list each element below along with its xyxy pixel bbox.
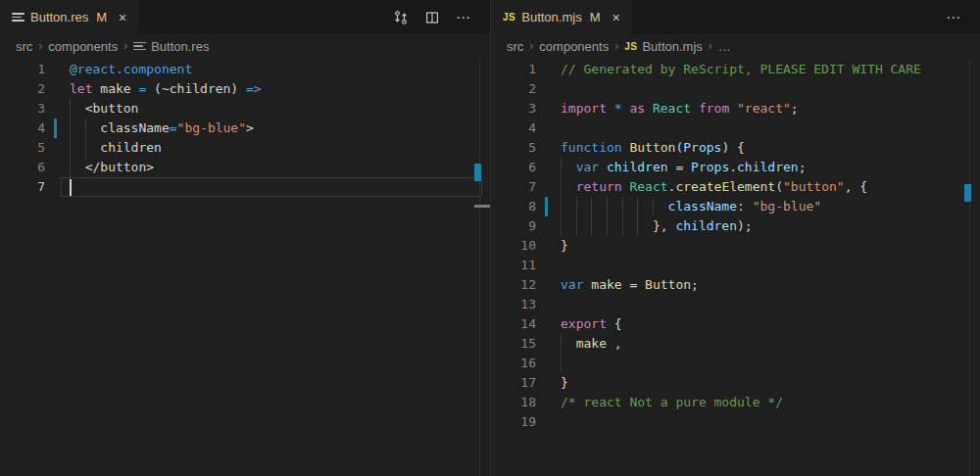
- line-number: 1: [491, 60, 536, 79]
- code-token: </button>: [70, 160, 154, 174]
- code-token: function: [561, 140, 622, 155]
- line-number: 3: [491, 99, 536, 119]
- indent-guide: [653, 197, 654, 216]
- code-line[interactable]: 19: [491, 412, 980, 432]
- line-number: 17: [491, 373, 536, 393]
- code-line[interactable]: 10}: [491, 236, 980, 256]
- code-token: [691, 101, 699, 116]
- code-line[interactable]: 8 className: "bg-blue": [491, 197, 980, 216]
- code-line[interactable]: 17}: [491, 373, 980, 393]
- indent-guide: [622, 216, 623, 236]
- tab-bar-left: Button.res M ×: [0, 0, 490, 34]
- code-line[interactable]: 2: [491, 79, 980, 99]
- split-editor-icon: [424, 10, 440, 25]
- code-token: make: [576, 336, 607, 351]
- code-token: (: [775, 179, 783, 194]
- code-line[interactable]: 6 </button>: [0, 158, 490, 177]
- chevron-right-icon: ›: [529, 39, 533, 53]
- line-number: 5: [491, 138, 536, 158]
- code-line[interactable]: 15 make ,: [491, 334, 980, 354]
- vscode-window: Button.res M ×: [0, 0, 980, 476]
- code-token: make: [591, 277, 621, 292]
- line-number: 4: [0, 119, 45, 138]
- compare-changes-button[interactable]: [390, 7, 412, 28]
- code-line[interactable]: 14export {: [491, 314, 980, 334]
- line-number: 19: [491, 412, 536, 432]
- line-number: 2: [491, 79, 536, 99]
- indent-guide: [70, 119, 71, 138]
- rescript-file-icon: [133, 42, 146, 51]
- code-token: /* react Not a pure module */: [561, 395, 783, 409]
- indent-guide: [576, 197, 577, 216]
- overview-ruler-modified-marker: [474, 164, 481, 181]
- code-line[interactable]: 3import * as React from "react";: [491, 99, 980, 119]
- more-actions-button[interactable]: ⋯: [943, 7, 964, 28]
- indent-guide: [637, 197, 638, 216]
- code-token: Button: [645, 277, 691, 292]
- breadcrumb-item-src[interactable]: src: [16, 39, 32, 54]
- chevron-right-icon: ›: [614, 39, 618, 53]
- code-line[interactable]: 18/* react Not a pure module */: [491, 393, 980, 412]
- code-line[interactable]: 9 }, children);: [491, 216, 980, 236]
- code-token: =: [622, 277, 645, 292]
- code-line[interactable]: 1// Generated by ReScript, PLEASE EDIT W…: [491, 60, 980, 79]
- chevron-right-icon: ›: [38, 39, 42, 53]
- line-number: 12: [491, 275, 536, 295]
- breadcrumb-item-components[interactable]: components: [539, 39, 609, 54]
- code-token: @react.component: [70, 62, 192, 76]
- code-line[interactable]: 16: [491, 354, 980, 373]
- line-number: 11: [491, 256, 536, 275]
- split-editor-button[interactable]: [421, 7, 443, 28]
- line-number: 2: [0, 79, 45, 99]
- code-line[interactable]: 2let make = (~children) =>: [0, 79, 490, 99]
- code-line[interactable]: 4: [491, 119, 980, 138]
- editor-left: 1@react.component2let make = (~children)…: [0, 58, 490, 476]
- breadcrumb-item-src[interactable]: src: [507, 39, 523, 54]
- code-area[interactable]: 1// Generated by ReScript, PLEASE EDIT W…: [491, 58, 980, 476]
- code-token: children: [675, 218, 737, 233]
- breadcrumb-item-components[interactable]: components: [48, 39, 118, 54]
- code-token: className: [668, 199, 737, 214]
- close-icon[interactable]: ×: [119, 11, 126, 24]
- breadcrumb-item-file[interactable]: Button.res: [133, 39, 209, 54]
- indent-guide: [561, 354, 562, 373]
- indent-guide: [70, 99, 71, 119]
- line-number: 14: [491, 314, 536, 334]
- code-token: ;: [799, 160, 807, 174]
- editor-group-left: Button.res M ×: [0, 0, 490, 476]
- code-line[interactable]: 7: [0, 177, 490, 197]
- code-token: }: [561, 238, 568, 253]
- tab-button-mjs[interactable]: JS Button.mjs M ×: [491, 0, 631, 34]
- text-cursor: [70, 179, 72, 196]
- code-line[interactable]: 1@react.component: [0, 60, 490, 79]
- code-line[interactable]: 13: [491, 295, 980, 314]
- code-token: *: [614, 101, 622, 116]
- breadcrumb-item-file[interactable]: JS Button.mjs: [624, 39, 703, 54]
- code-line[interactable]: 4 className="bg-blue">: [0, 119, 490, 138]
- tab-button-res[interactable]: Button.res M ×: [0, 0, 137, 34]
- line-number: 10: [491, 236, 536, 256]
- line-number: 6: [0, 158, 45, 177]
- code-token: [729, 101, 737, 116]
- code-token: React: [653, 101, 691, 116]
- code-token: Props: [683, 140, 721, 155]
- breadcrumb-item-symbol[interactable]: …: [718, 39, 731, 54]
- code-token: [599, 160, 607, 174]
- code-area[interactable]: 1@react.component2let make = (~children)…: [0, 58, 490, 476]
- chevron-right-icon: ›: [123, 39, 127, 53]
- editor-actions-right: ⋯: [943, 0, 980, 34]
- line-number: 1: [0, 60, 45, 79]
- code-line[interactable]: 11: [491, 256, 980, 275]
- code-token: Props: [691, 160, 729, 174]
- code-line[interactable]: 7 return React.createElement("button", {: [491, 177, 980, 197]
- code-line[interactable]: 5function Button(Props) {: [491, 138, 980, 158]
- more-actions-button[interactable]: ⋯: [453, 7, 474, 28]
- code-line[interactable]: 6 var children = Props.children;: [491, 158, 980, 177]
- line-number: 9: [491, 216, 536, 236]
- line-number: 3: [0, 99, 45, 119]
- tab-title: Button.res: [30, 10, 88, 24]
- code-line[interactable]: 12var make = Button;: [491, 275, 980, 295]
- code-line[interactable]: 5 children: [0, 138, 490, 158]
- close-icon[interactable]: ×: [612, 11, 620, 24]
- code-line[interactable]: 3 <button: [0, 99, 490, 119]
